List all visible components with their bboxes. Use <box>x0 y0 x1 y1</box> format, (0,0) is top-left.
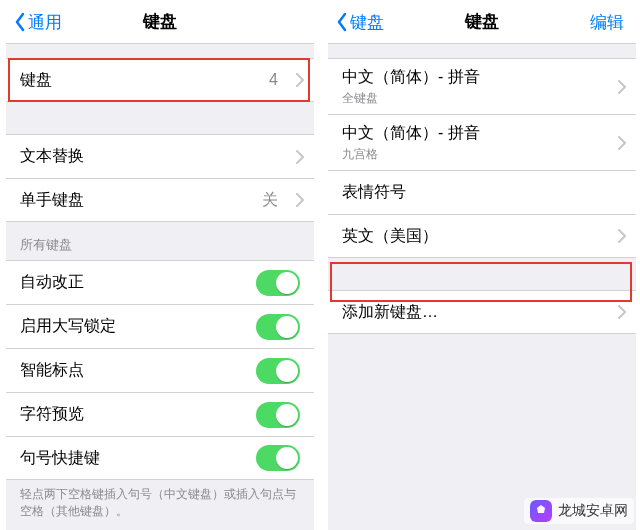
watermark-icon <box>530 500 552 522</box>
row-label: 智能标点 <box>20 360 84 381</box>
row-label: 单手键盘 <box>20 190 84 211</box>
row-value: 关 <box>262 190 278 211</box>
row-text-replacement[interactable]: 文本替换 <box>6 134 314 178</box>
row-value: 4 <box>269 71 278 89</box>
row-keyboard-zh-9grid[interactable]: 中文（简体）- 拼音 九宫格 <box>328 114 636 170</box>
row-autocorrect: 自动改正 <box>6 260 314 304</box>
section-header-all-keyboards: 所有键盘 <box>6 222 314 260</box>
edit-button[interactable]: 编辑 <box>590 0 624 44</box>
row-label: 中文（简体）- 拼音 <box>342 67 480 88</box>
row-caps-lock: 启用大写锁定 <box>6 304 314 348</box>
row-label: 英文（美国） <box>342 226 438 247</box>
row-label: 键盘 <box>20 70 52 91</box>
chevron-right-icon <box>618 136 626 150</box>
right-screenshot: 键盘 键盘 编辑 中文（简体）- 拼音 全键盘 中文（简体）- 拼音 九宫格 <box>328 0 636 530</box>
switch-period-shortcut[interactable] <box>256 445 300 471</box>
watermark: 龙城安卓网 <box>524 498 634 524</box>
chevron-right-icon <box>618 305 626 319</box>
watermark-text: 龙城安卓网 <box>558 502 628 520</box>
group-keyboard-list: 中文（简体）- 拼音 全键盘 中文（简体）- 拼音 九宫格 表情符号 英文（美国… <box>328 58 636 258</box>
row-keyboard-zh-full[interactable]: 中文（简体）- 拼音 全键盘 <box>328 58 636 114</box>
switch-char-preview[interactable] <box>256 402 300 428</box>
row-keyboard-emoji[interactable]: 表情符号 <box>328 170 636 214</box>
edit-label: 编辑 <box>590 11 624 34</box>
row-label: 启用大写锁定 <box>20 316 116 337</box>
row-label: 句号快捷键 <box>20 448 100 469</box>
row-sublabel: 全键盘 <box>342 90 378 107</box>
nav-title-left: 键盘 <box>6 0 314 44</box>
row-one-handed[interactable]: 单手键盘 关 <box>6 178 314 222</box>
navbar-right: 键盘 键盘 编辑 <box>328 0 636 44</box>
row-sublabel: 九宫格 <box>342 146 378 163</box>
row-label: 表情符号 <box>342 182 406 203</box>
left-screenshot: 通用 键盘 键盘 4 文本替换 单手键盘 <box>6 0 314 530</box>
switch-autocorrect[interactable] <box>256 270 300 296</box>
group-switches: 自动改正 启用大写锁定 智能标点 字符预览 句号快捷键 <box>6 260 314 480</box>
row-keyboards[interactable]: 键盘 4 <box>6 58 314 102</box>
group-add-keyboard: 添加新键盘… <box>328 290 636 334</box>
row-label: 添加新键盘… <box>342 302 438 323</box>
panel-divider <box>318 0 322 530</box>
footer-note: 轻点两下空格键插入句号（中文键盘）或插入句点与空格（其他键盘）。 <box>6 480 314 530</box>
row-label: 自动改正 <box>20 272 84 293</box>
row-keyboard-en-us[interactable]: 英文（美国） <box>328 214 636 258</box>
chevron-right-icon <box>618 80 626 94</box>
switch-smart-punctuation[interactable] <box>256 358 300 384</box>
row-smart-punctuation: 智能标点 <box>6 348 314 392</box>
group-keyboards-count: 键盘 4 <box>6 58 314 102</box>
navbar-left: 通用 键盘 <box>6 0 314 44</box>
chevron-right-icon <box>296 193 304 207</box>
row-period-shortcut: 句号快捷键 <box>6 436 314 480</box>
switch-caps-lock[interactable] <box>256 314 300 340</box>
group-text-settings: 文本替换 单手键盘 关 <box>6 134 314 222</box>
row-add-new-keyboard[interactable]: 添加新键盘… <box>328 290 636 334</box>
chevron-right-icon <box>296 73 304 87</box>
row-label: 文本替换 <box>20 146 84 167</box>
chevron-right-icon <box>618 229 626 243</box>
chevron-right-icon <box>296 150 304 164</box>
row-char-preview: 字符预览 <box>6 392 314 436</box>
row-label: 字符预览 <box>20 404 84 425</box>
row-label: 中文（简体）- 拼音 <box>342 123 480 144</box>
